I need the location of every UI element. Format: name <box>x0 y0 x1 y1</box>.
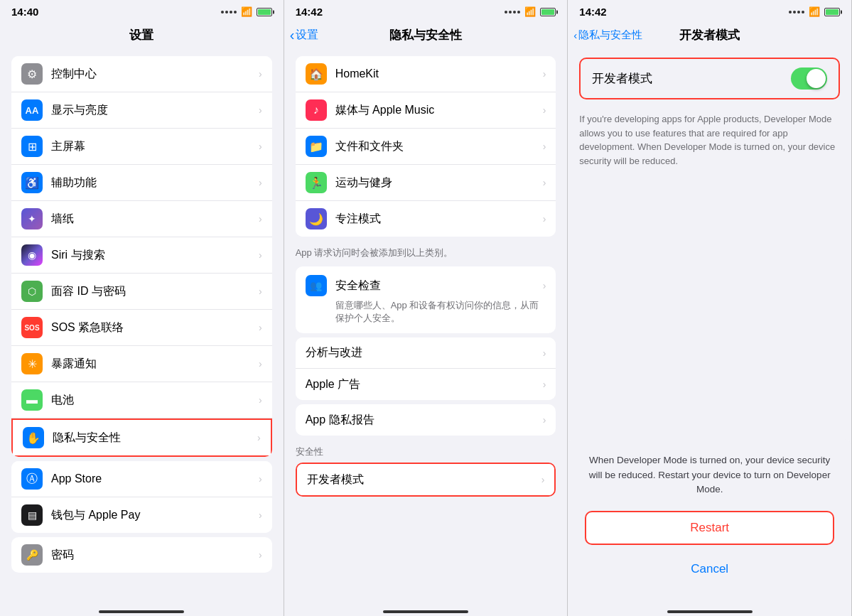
list-item-health[interactable]: 🏃 运动与健身 › <box>296 165 556 201</box>
page-title-2: 隐私与安全性 <box>389 27 462 43</box>
breadcrumb-3[interactable]: ‹ 隐私与安全性 <box>573 28 642 42</box>
signal-dots-2 <box>505 11 520 13</box>
list-item-ads[interactable]: Apple 广告 › <box>296 369 556 400</box>
analytics-label: 分析与改进 <box>306 345 543 360</box>
battery-icon-3 <box>824 8 840 16</box>
battery-icon-1 <box>257 8 272 16</box>
privacy-report-section: App 隐私报告 › <box>296 404 556 436</box>
safety-label: 安全检查 <box>335 279 543 293</box>
list-item-exposure[interactable]: ✳ 暴露通知 › <box>11 346 272 382</box>
list-item-wallet[interactable]: ▤ 钱包与 Apple Pay › <box>11 497 272 533</box>
chevron-icon: › <box>259 177 262 188</box>
list-item-appstore[interactable]: Ⓐ App Store › <box>11 461 272 497</box>
siri-label: Siri 与搜索 <box>51 248 259 263</box>
time-1: 14:40 <box>11 6 38 18</box>
chevron-icon: › <box>543 280 546 291</box>
music-label: 媒体与 Apple Music <box>335 103 543 118</box>
chevron-icon: › <box>543 68 546 80</box>
developer-content-wrapper: 开发者模式 If you're developing apps for Appl… <box>568 52 851 602</box>
list-item-homekit[interactable]: 🏠 HomeKit › <box>296 56 556 92</box>
home-indicator-3 <box>568 602 851 616</box>
list-item-faceid[interactable]: ⬡ 面容 ID 与密码 › <box>11 274 272 310</box>
appstore-icon: Ⓐ <box>21 468 43 490</box>
settings-list: ⚙ 控制中心 › AA 显示与亮度 › ⊞ 主屏幕 › <box>0 52 284 602</box>
nav-bar-3: ‹ 隐私与安全性 开发者模式 <box>568 21 851 52</box>
chevron-icon: › <box>259 358 262 369</box>
settings-section-2: Ⓐ App Store › ▤ 钱包与 Apple Pay › <box>11 461 272 533</box>
list-item-siri[interactable]: ◉ Siri 与搜索 › <box>11 237 272 274</box>
breadcrumb-back-label: 隐私与安全性 <box>578 28 642 42</box>
ads-label: Apple 广告 <box>306 377 543 392</box>
status-bar-2: 14:42 📶 <box>284 0 568 21</box>
developer-mode-toggle[interactable] <box>791 67 827 90</box>
chevron-icon: › <box>259 213 262 225</box>
developer-mode-section: 开发者模式 › <box>296 463 556 497</box>
wifi-icon-2: 📶 <box>524 6 536 17</box>
privacy-label: 隐私与安全性 <box>53 431 257 445</box>
list-item-display[interactable]: AA 显示与亮度 › <box>11 92 272 129</box>
list-item-music[interactable]: ♪ 媒体与 Apple Music › <box>296 92 556 129</box>
list-item-safety[interactable]: 👥 安全检查 › 留意哪些人、App 和设备有权访问你的信息，从而保护个人安全。 <box>296 266 556 333</box>
appstore-label: App Store <box>51 472 259 485</box>
display-icon: AA <box>21 99 43 121</box>
privacy-content: 🏠 HomeKit › ♪ 媒体与 Apple Music › 📁 文件和文件夹… <box>284 52 568 602</box>
list-item-files[interactable]: 📁 文件和文件夹 › <box>296 129 556 165</box>
wifi-icon-3: 📶 <box>809 6 820 17</box>
status-bar-3: 14:42 📶 <box>568 0 851 21</box>
list-item-password[interactable]: 🔑 密码 › <box>11 537 272 573</box>
developer-mode-description: If you're developing apps for Apple prod… <box>568 105 851 178</box>
dialog-message: When Developer Mode is turned on, your d… <box>585 453 834 497</box>
chevron-icon: › <box>259 394 262 406</box>
chevron-icon: › <box>257 432 261 443</box>
back-button-2[interactable]: ‹ 设置 <box>290 27 319 43</box>
settings-section-3: 🔑 密码 › <box>11 537 272 573</box>
chevron-icon: › <box>259 473 262 485</box>
list-item-privacy[interactable]: ✋ 隐私与安全性 › <box>11 418 272 457</box>
homekit-label: HomeKit <box>335 67 543 80</box>
list-item-analytics[interactable]: 分析与改进 › <box>296 337 556 369</box>
chevron-icon: › <box>543 379 546 390</box>
page-title-3: 开发者模式 <box>679 27 740 43</box>
wallet-label: 钱包与 Apple Pay <box>51 508 259 523</box>
exposure-icon: ✳ <box>21 353 43 374</box>
home-label: 主屏幕 <box>51 139 259 154</box>
wallet-icon: ▤ <box>21 504 43 526</box>
list-item-wallpaper[interactable]: ✦ 墙纸 › <box>11 201 272 237</box>
chevron-icon: › <box>543 177 546 188</box>
sos-label: SOS 紧急联络 <box>51 320 259 335</box>
back-label-2: 设置 <box>296 28 318 43</box>
time-2: 14:42 <box>296 6 323 18</box>
battery-icon: ▬ <box>21 389 43 411</box>
list-item-battery[interactable]: ▬ 电池 › <box>11 382 272 418</box>
restart-button[interactable]: Restart <box>585 511 834 545</box>
app-note: App 请求访问时会被添加到以上类别。 <box>284 241 568 262</box>
back-arrow-icon-2: ‹ <box>290 27 295 43</box>
safety-icon: 👥 <box>306 275 327 296</box>
password-label: 密码 <box>51 548 259 563</box>
health-label: 运动与健身 <box>335 175 543 190</box>
privacy-icon: ✋ <box>23 427 44 448</box>
panel-developer: 14:42 📶 ‹ 隐私与安全性 开发者模式 开发者模式 <box>568 0 852 616</box>
list-item-privacy-report[interactable]: App 隐私报告 › <box>296 404 556 436</box>
list-item-home[interactable]: ⊞ 主屏幕 › <box>11 129 272 165</box>
battery-icon-2 <box>540 8 556 16</box>
list-item-control[interactable]: ⚙ 控制中心 › <box>11 56 272 92</box>
signal-dots-1 <box>221 11 237 13</box>
nav-bar-1: 设置 <box>0 21 284 52</box>
battery-label: 电池 <box>51 393 259 408</box>
nav-bar-2: ‹ 设置 隐私与安全性 <box>284 21 568 52</box>
files-label: 文件和文件夹 <box>335 139 543 154</box>
status-icons-1: 📶 <box>221 6 272 17</box>
list-item-sos[interactable]: SOS SOS 紧急联络 › <box>11 310 272 346</box>
back-arrow-icon-3: ‹ <box>573 29 577 41</box>
security-title: 安全性 <box>284 440 568 461</box>
cancel-button[interactable]: Cancel <box>585 553 834 585</box>
chevron-icon: › <box>259 509 262 521</box>
chevron-icon: › <box>259 141 262 152</box>
wallpaper-icon: ✦ <box>21 208 43 229</box>
list-item-accessibility[interactable]: ♿ 辅助功能 › <box>11 165 272 201</box>
accessibility-icon: ♿ <box>21 172 43 193</box>
list-item-developer-mode[interactable]: 开发者模式 › <box>297 464 555 495</box>
health-icon: 🏃 <box>306 172 327 193</box>
list-item-focus[interactable]: 🌙 专注模式 › <box>296 201 556 237</box>
